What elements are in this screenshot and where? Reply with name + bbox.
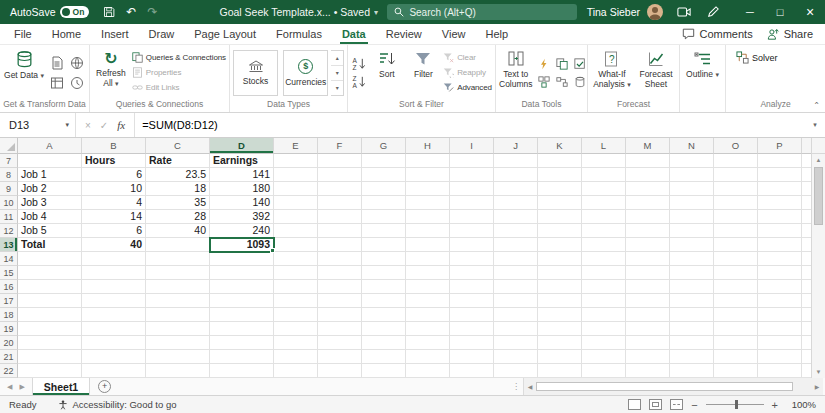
cell-N7[interactable] xyxy=(670,154,714,168)
cell-A18[interactable] xyxy=(18,308,82,322)
gallery-down-icon[interactable]: ▾ xyxy=(331,66,343,81)
row-header-7[interactable]: 7 xyxy=(0,154,18,168)
cell-B7[interactable]: Hours xyxy=(82,154,146,168)
cell-G14[interactable] xyxy=(362,252,406,266)
forecast-sheet-button[interactable]: Forecast Sheet xyxy=(636,47,676,98)
cell-F16[interactable] xyxy=(318,280,362,294)
cell-K16[interactable] xyxy=(538,280,582,294)
cell-I14[interactable] xyxy=(450,252,494,266)
cell-A14[interactable] xyxy=(18,252,82,266)
cell-K17[interactable] xyxy=(538,294,582,308)
cell-H9[interactable] xyxy=(406,182,450,196)
cell-B22[interactable] xyxy=(82,364,146,378)
cell-N16[interactable] xyxy=(670,280,714,294)
cell-G20[interactable] xyxy=(362,336,406,350)
cell-F9[interactable] xyxy=(318,182,362,196)
cell-D11[interactable]: 392 xyxy=(210,210,274,224)
cell-O18[interactable] xyxy=(714,308,758,322)
cell-C9[interactable]: 18 xyxy=(146,182,210,196)
cell-D15[interactable] xyxy=(210,266,274,280)
cell-M10[interactable] xyxy=(626,196,670,210)
cell-O21[interactable] xyxy=(714,350,758,364)
cell-D7[interactable]: Earnings xyxy=(210,154,274,168)
cell-E12[interactable] xyxy=(274,224,318,238)
cell-A20[interactable] xyxy=(18,336,82,350)
row-header-20[interactable]: 20 xyxy=(0,336,18,350)
cell-F18[interactable] xyxy=(318,308,362,322)
cell-I20[interactable] xyxy=(450,336,494,350)
cell-C11[interactable]: 28 xyxy=(146,210,210,224)
cell-L11[interactable] xyxy=(582,210,626,224)
cell-M22[interactable] xyxy=(626,364,670,378)
cell-B16[interactable] xyxy=(82,280,146,294)
collapse-ribbon-icon[interactable]: ⌃ xyxy=(813,101,820,110)
cell-O12[interactable] xyxy=(714,224,758,238)
cell-M7[interactable] xyxy=(626,154,670,168)
cell-L10[interactable] xyxy=(582,196,626,210)
cell-A7[interactable] xyxy=(18,154,82,168)
ribbon-tab-data[interactable]: Data xyxy=(332,24,376,44)
sheet-nav-right-icon[interactable]: ▶ xyxy=(19,383,24,391)
cell-D16[interactable] xyxy=(210,280,274,294)
name-box[interactable]: D13 ▾ xyxy=(0,113,76,137)
share-button[interactable]: Share xyxy=(767,28,813,40)
cell-N11[interactable] xyxy=(670,210,714,224)
cell-P20[interactable] xyxy=(758,336,802,350)
cell-P14[interactable] xyxy=(758,252,802,266)
remove-duplicates-icon[interactable] xyxy=(554,56,570,72)
cell-I7[interactable] xyxy=(450,154,494,168)
row-header-9[interactable]: 9 xyxy=(0,182,18,196)
close-button[interactable]: × xyxy=(795,0,825,24)
cell-L12[interactable] xyxy=(582,224,626,238)
cell-G21[interactable] xyxy=(362,350,406,364)
cell-C16[interactable] xyxy=(146,280,210,294)
cell-K14[interactable] xyxy=(538,252,582,266)
cell-N18[interactable] xyxy=(670,308,714,322)
cell-B11[interactable]: 14 xyxy=(82,210,146,224)
cell-E18[interactable] xyxy=(274,308,318,322)
document-title[interactable]: Goal Seek Template.x... • Saved ▾ xyxy=(219,6,378,18)
ribbon-tab-help[interactable]: Help xyxy=(475,24,518,44)
cell-J22[interactable] xyxy=(494,364,538,378)
cell-K7[interactable] xyxy=(538,154,582,168)
filter-button[interactable]: Filter xyxy=(407,47,441,98)
meet-now-icon[interactable] xyxy=(677,6,691,18)
from-text-csv-icon[interactable] xyxy=(48,54,66,72)
hscroll-right-icon[interactable]: ▶ xyxy=(811,383,823,390)
ribbon-tab-review[interactable]: Review xyxy=(376,24,432,44)
search-box[interactable]: Search (Alt+Q) xyxy=(387,4,577,20)
cell-E9[interactable] xyxy=(274,182,318,196)
queries-connections-button[interactable]: Queries & Connections xyxy=(132,52,226,63)
cell-I9[interactable] xyxy=(450,182,494,196)
cell-J20[interactable] xyxy=(494,336,538,350)
cell-I10[interactable] xyxy=(450,196,494,210)
row-header-15[interactable]: 15 xyxy=(0,266,18,280)
view-page-layout-button[interactable] xyxy=(649,399,662,410)
cell-O9[interactable] xyxy=(714,182,758,196)
cell-F22[interactable] xyxy=(318,364,362,378)
stocks-button[interactable]: Stocks xyxy=(233,50,278,96)
cell-G10[interactable] xyxy=(362,196,406,210)
cell-H17[interactable] xyxy=(406,294,450,308)
row-header-10[interactable]: 10 xyxy=(0,196,18,210)
zoom-level[interactable]: 100% xyxy=(786,399,816,410)
cell-M17[interactable] xyxy=(626,294,670,308)
cell-L16[interactable] xyxy=(582,280,626,294)
cell-E20[interactable] xyxy=(274,336,318,350)
cell-B20[interactable] xyxy=(82,336,146,350)
cell-F8[interactable] xyxy=(318,168,362,182)
cell-J13[interactable] xyxy=(494,238,538,252)
from-table-range-icon[interactable] xyxy=(48,74,66,92)
cell-P21[interactable] xyxy=(758,350,802,364)
cell-F17[interactable] xyxy=(318,294,362,308)
cell-A22[interactable] xyxy=(18,364,82,378)
comments-button[interactable]: Comments xyxy=(682,28,752,40)
cell-F13[interactable] xyxy=(318,238,362,252)
accessibility-status[interactable]: Accessibility: Good to go xyxy=(58,399,176,410)
cell-A10[interactable]: Job 3 xyxy=(18,196,82,210)
cell-A12[interactable]: Job 5 xyxy=(18,224,82,238)
cell-N12[interactable] xyxy=(670,224,714,238)
cell-J19[interactable] xyxy=(494,322,538,336)
zoom-in-button[interactable]: + xyxy=(772,399,778,411)
cell-C17[interactable] xyxy=(146,294,210,308)
